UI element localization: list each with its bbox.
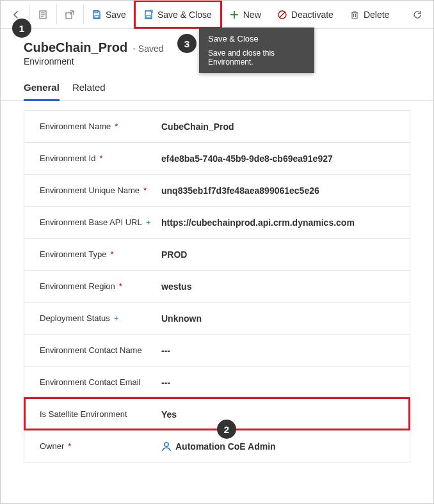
value: westus: [155, 281, 397, 292]
refresh-button[interactable]: [405, 1, 431, 28]
label: Is Satellite Environment: [40, 409, 127, 419]
field-environment-id[interactable]: Environment Id* ef4e8ba5-740a-45b9-9de8-…: [24, 142, 410, 174]
delete-button[interactable]: Delete: [342, 1, 398, 28]
deactivate-label: Deactivate: [291, 10, 334, 20]
field-contact-name[interactable]: Environment Contact Name ---: [24, 334, 410, 366]
save-label: Save: [106, 10, 126, 20]
svg-rect-6: [95, 15, 99, 18]
field-environment-unique-name[interactable]: Environment Unique Name* unq835eb1f7d3fe…: [24, 174, 410, 206]
value: ---: [155, 345, 397, 356]
notes-icon: [38, 10, 48, 20]
required-icon: *: [111, 249, 114, 259]
label: Environment Type: [40, 249, 107, 259]
label: Deployment Status: [40, 313, 110, 323]
tab-strip: General Related: [1, 73, 433, 101]
field-environment-region[interactable]: Environment Region* westus: [24, 270, 410, 302]
callout-badge-2: 2: [217, 420, 236, 439]
svg-rect-7: [95, 11, 98, 13]
person-icon: [161, 441, 172, 452]
required-icon: *: [99, 154, 102, 163]
required-icon: *: [68, 441, 71, 451]
notes-button[interactable]: [30, 1, 56, 28]
required-icon: *: [143, 185, 147, 195]
callout-badge-3: 3: [177, 34, 197, 53]
tooltip-body: Save and close this Environment.: [208, 49, 305, 67]
label: Environment Unique Name: [40, 185, 140, 195]
value: ef4e8ba5-740a-45b9-9de8-cb69ea91e927: [155, 154, 397, 164]
label: Environment Contact Name: [40, 345, 142, 355]
form-body: Environment Name* CubeChain_Prod Environ…: [1, 101, 433, 475]
field-is-satellite-environment[interactable]: Is Satellite Environment Yes: [24, 398, 410, 430]
recommended-icon: +: [114, 313, 119, 323]
save-close-label: Save & Close: [157, 10, 212, 20]
delete-icon: [350, 10, 360, 20]
field-contact-email[interactable]: Environment Contact Email ---: [24, 366, 410, 398]
new-button[interactable]: New: [221, 1, 269, 28]
owner-value: Automation CoE Admin: [175, 441, 276, 452]
delete-label: Delete: [364, 10, 389, 20]
label: Owner: [40, 441, 64, 451]
value: unq835eb1f7d3fe48aea899061ec5e26: [155, 185, 397, 196]
svg-rect-8: [147, 15, 150, 18]
record-title: CubeChain_Prod: [24, 40, 127, 55]
value: Unknown: [155, 313, 397, 324]
form-section: Environment Name* CubeChain_Prod Environ…: [24, 110, 410, 462]
svg-rect-13: [352, 13, 357, 19]
required-icon: *: [115, 122, 118, 131]
tab-general[interactable]: General: [24, 82, 60, 101]
label: Environment Region: [40, 281, 115, 291]
tab-related[interactable]: Related: [72, 82, 106, 100]
label: Environment Name: [40, 122, 111, 131]
field-environment-api-url[interactable]: Environment Base API URL+ https://cubech…: [24, 206, 410, 238]
app-frame: Save Save & Close New Deactivate Delete: [0, 0, 434, 504]
value: CubeChain_Prod: [155, 122, 397, 132]
tooltip-title: Save & Close: [208, 34, 305, 43]
label: Environment Id: [40, 154, 95, 163]
required-icon: *: [119, 281, 122, 291]
deactivate-icon: [277, 10, 287, 20]
popout-icon: [65, 10, 75, 20]
plus-icon: [229, 10, 239, 20]
field-deployment-status[interactable]: Deployment Status+ Unknown: [24, 302, 410, 334]
label: Environment Contact Email: [40, 377, 141, 387]
value: Yes: [155, 409, 397, 420]
field-environment-type[interactable]: Environment Type* PROD: [24, 238, 410, 270]
popout-button[interactable]: [57, 1, 83, 28]
command-bar: Save Save & Close New Deactivate Delete: [1, 1, 433, 29]
save-close-tooltip: Save & Close Save and close this Environ…: [199, 28, 314, 73]
save-icon: [92, 10, 102, 20]
recommended-icon: +: [146, 217, 151, 227]
label: Environment Base API URL: [40, 217, 142, 227]
deactivate-button[interactable]: Deactivate: [269, 1, 342, 28]
save-close-button[interactable]: Save & Close: [134, 1, 221, 28]
refresh-icon: [412, 10, 422, 20]
callout-badge-1: 1: [12, 19, 31, 38]
save-button[interactable]: Save: [84, 1, 134, 28]
svg-line-12: [280, 12, 285, 17]
back-icon: [11, 10, 21, 20]
value: PROD: [155, 249, 397, 260]
field-owner[interactable]: Owner* Automation CoE Admin: [24, 430, 410, 462]
field-environment-name[interactable]: Environment Name* CubeChain_Prod: [24, 110, 410, 142]
svg-point-18: [165, 443, 168, 446]
value: ---: [155, 377, 397, 388]
save-close-icon: [143, 10, 154, 20]
value: https://cubechainprod.api.crm.dynamics.c…: [155, 217, 397, 228]
save-status: - Saved: [133, 43, 163, 54]
new-label: New: [243, 10, 261, 20]
